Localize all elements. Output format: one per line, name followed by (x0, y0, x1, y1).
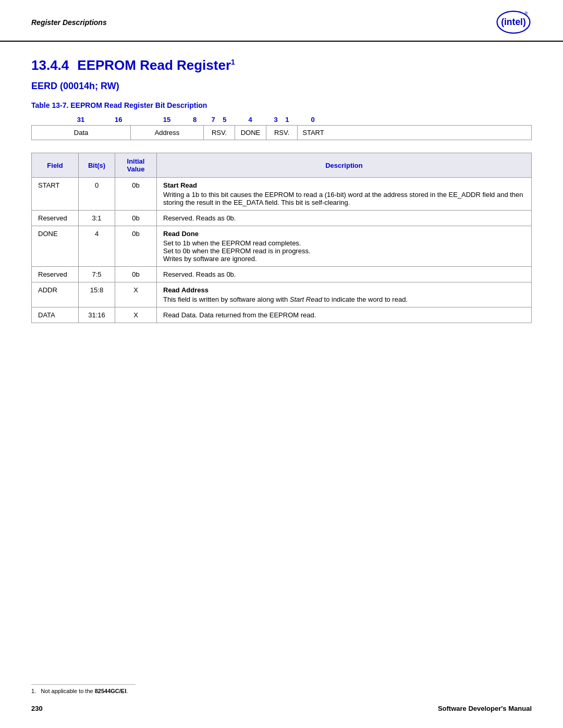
field-bits: 31:16 (79, 307, 115, 323)
field-initial: 0b (115, 226, 157, 267)
table-row: Reserved 3:1 0b Reserved. Reads as 0b. (32, 211, 532, 226)
sub-heading: EERD (00014h; RW) (31, 81, 532, 92)
field-bits: 0 (79, 178, 115, 211)
field-bits: 15:8 (79, 282, 115, 307)
table-row: DATA 31:16 X Read Data. Data returned fr… (32, 307, 532, 323)
manual-title: Software Developer's Manual (438, 705, 532, 712)
field-initial: 0b (115, 178, 157, 211)
main-content: 13.4.4 EEPROM Read Register1 EERD (00014… (0, 42, 563, 354)
page-number: 230 (31, 705, 43, 712)
table-row: DONE 4 0b Read Done Set to 1b when the E… (32, 226, 532, 267)
svg-text:®: ® (524, 11, 528, 16)
table-title: Table 13-7. EEPROM Read Register Bit Des… (31, 101, 532, 109)
field-name: START (32, 178, 79, 211)
field-name: DONE (32, 226, 79, 267)
field-description: Read Done Set to 1b when the EEPROM read… (157, 226, 532, 267)
field-bits: 3:1 (79, 211, 115, 226)
footnote-divider (31, 684, 136, 685)
field-description: Reserved. Reads as 0b. (157, 267, 532, 282)
bit-cell-done: DONE (235, 126, 266, 140)
field-name: Reserved (32, 267, 79, 282)
field-name: DATA (32, 307, 79, 323)
section-title: EEPROM Read Register1 (77, 57, 235, 73)
page-header: Register Descriptions (intel) ® (0, 0, 563, 42)
field-name: Reserved (32, 211, 79, 226)
bit-diagram: 31 16 15 8 7 5 4 3 1 0 Data Address RSV.… (31, 116, 532, 140)
bit-label-0: 0 (297, 116, 328, 124)
header-title: Register Descriptions (31, 18, 107, 27)
field-name: ADDR (32, 282, 79, 307)
field-initial: 0b (115, 267, 157, 282)
bit-cell-rsv1: RSV. (204, 126, 235, 140)
field-description: Start Read Writing a 1b to this bit caus… (157, 178, 532, 211)
col-header-initial: InitialValue (115, 153, 157, 178)
footer-bottom: 230 Software Developer's Manual (31, 705, 532, 712)
field-bits: 7:5 (79, 267, 115, 282)
table-row: START 0 0b Start Read Writing a 1b to th… (32, 178, 532, 211)
field-description: Read Address This field is written by so… (157, 282, 532, 307)
intel-logo: (intel) ® (495, 9, 532, 35)
bit-cell-rsv2: RSV. (266, 126, 298, 140)
bit-cells: Data Address RSV. DONE RSV. START (31, 125, 532, 140)
col-header-description: Description (157, 153, 532, 178)
table-header-row: Field Bit(s) InitialValue Description (32, 153, 532, 178)
bit-label-7-5: 7 5 (203, 116, 235, 124)
bit-label-15: 15 (130, 116, 203, 124)
field-initial: X (115, 307, 157, 323)
page-footer: 1. Not applicable to the 82544GC/EI. 230… (31, 684, 532, 712)
section-heading: 13.4.4 EEPROM Read Register1 (31, 57, 532, 73)
bit-label-3-1: 3 1 (266, 116, 297, 124)
col-header-bits: Bit(s) (79, 153, 115, 178)
field-bits: 4 (79, 226, 115, 267)
bit-label-4: 4 (235, 116, 266, 124)
field-description: Read Data. Data returned from the EEPROM… (157, 307, 532, 323)
table-row: ADDR 15:8 X Read Address This field is w… (32, 282, 532, 307)
field-description: Reserved. Reads as 0b. (157, 211, 532, 226)
page: Register Descriptions (intel) ® 13.4.4 E… (0, 0, 563, 728)
field-initial: X (115, 282, 157, 307)
footnote: 1. Not applicable to the 82544GC/EI. (31, 688, 532, 694)
section-number: 13.4.4 (31, 57, 69, 73)
bit-cell-start: START (298, 126, 329, 140)
field-description-table: Field Bit(s) InitialValue Description (31, 153, 532, 323)
col-header-field: Field (32, 153, 79, 178)
bit-cell-address: Address (131, 126, 204, 140)
field-initial: 0b (115, 211, 157, 226)
svg-text:(intel): (intel) (501, 17, 526, 27)
table-row: Reserved 7:5 0b Reserved. Reads as 0b. (32, 267, 532, 282)
bit-cell-data: Data (32, 126, 131, 140)
